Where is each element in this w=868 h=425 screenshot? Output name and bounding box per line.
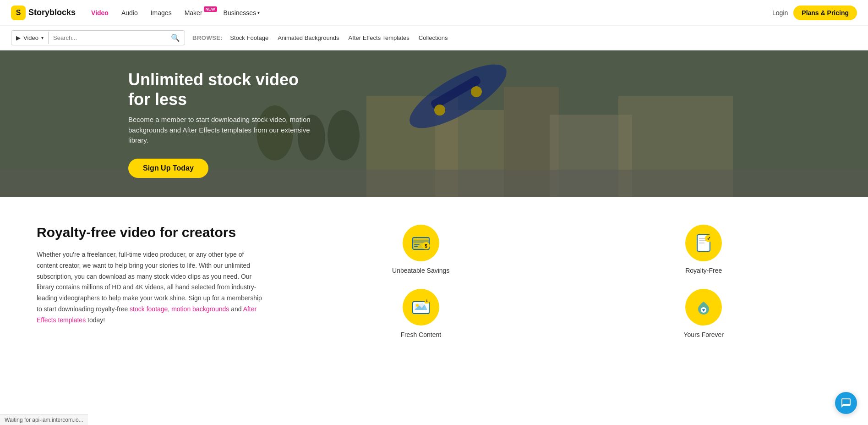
logo[interactable]: S Storyblocks <box>11 6 76 20</box>
nav-right: Login Plans & Pricing <box>772 6 857 20</box>
browse-stock-footage[interactable]: Stock Footage <box>230 34 268 41</box>
feature-fresh-content: + Fresh Content <box>293 289 549 338</box>
feature-yours-forever: ♥ Yours Forever <box>576 289 832 338</box>
video-category-icon: ▶ <box>16 34 21 41</box>
svg-text:$: $ <box>425 243 427 248</box>
fresh-icon-wrap: + <box>403 289 439 326</box>
chevron-down-icon: ▾ <box>257 10 260 15</box>
svg-text:♥: ♥ <box>702 307 705 313</box>
svg-point-30 <box>416 304 419 307</box>
navbar: S Storyblocks Video Audio Images Maker N… <box>0 0 868 26</box>
fresh-label: Fresh Content <box>400 331 441 338</box>
svg-text:+: + <box>426 298 428 304</box>
hero-title: Unlimited stock video for less <box>128 70 321 109</box>
browse-after-effects-templates[interactable]: After Effects Templates <box>349 34 409 41</box>
search-category-dropdown[interactable]: ▶ Video ▾ <box>11 32 49 44</box>
hero-content: Unlimited stock video for less Become a … <box>0 70 321 178</box>
content-left: Royalty-free video for creators Whether … <box>37 225 266 326</box>
royalty-label: Royalty-Free <box>685 267 722 274</box>
nav-links: Video Audio Images Maker NEW Businesses … <box>87 6 772 19</box>
savings-icon: $ <box>411 233 431 253</box>
content-body: Whether you're a freelancer, full-time v… <box>37 249 266 326</box>
savings-icon-wrap: $ <box>403 225 439 261</box>
plans-pricing-button[interactable]: Plans & Pricing <box>793 6 857 20</box>
browse-collections[interactable]: Collections <box>419 34 448 41</box>
category-chevron-icon: ▾ <box>41 35 44 40</box>
svg-text:✓: ✓ <box>707 236 711 241</box>
feature-grid: $ Unbeatable Savings ✓ Royalty-Free <box>293 225 831 338</box>
yours-icon: ♥ <box>693 297 714 317</box>
feature-royalty-free: ✓ Royalty-Free <box>576 225 832 274</box>
search-bar: ▶ Video ▾ 🔍 BROWSE: Stock Footage Animat… <box>0 26 868 50</box>
nav-link-businesses[interactable]: Businesses ▾ <box>219 6 265 19</box>
logo-text: Storyblocks <box>28 8 76 17</box>
browse-label: BROWSE: <box>192 34 223 41</box>
login-button[interactable]: Login <box>772 9 788 17</box>
royalty-icon-wrap: ✓ <box>685 225 722 261</box>
logo-icon: S <box>11 6 26 20</box>
browse-animated-backgrounds[interactable]: Animated Backgrounds <box>278 34 339 41</box>
search-input-wrap: ▶ Video ▾ 🔍 <box>11 30 185 45</box>
hero-section: Unlimited stock video for less Become a … <box>0 50 868 197</box>
fresh-icon: + <box>411 297 431 317</box>
yours-icon-wrap: ♥ <box>685 289 722 326</box>
search-button[interactable]: 🔍 <box>166 31 185 45</box>
feature-unbeatable-savings: $ Unbeatable Savings <box>293 225 549 274</box>
browse-links: Stock Footage Animated Backgrounds After… <box>230 34 448 41</box>
yours-label: Yours Forever <box>684 331 724 338</box>
search-input[interactable] <box>49 32 166 44</box>
signup-button[interactable]: Sign Up Today <box>128 159 208 178</box>
nav-link-images[interactable]: Images <box>146 6 176 19</box>
nav-link-audio[interactable]: Audio <box>117 6 142 19</box>
maker-badge: NEW <box>204 6 217 12</box>
hero-subtitle: Become a member to start downloading sto… <box>128 115 321 146</box>
content-section: Royalty-free video for creators Whether … <box>0 197 868 366</box>
content-title: Royalty-free video for creators <box>37 225 266 240</box>
royalty-icon: ✓ <box>693 233 714 253</box>
savings-label: Unbeatable Savings <box>392 267 449 274</box>
nav-link-maker[interactable]: Maker NEW <box>180 6 215 19</box>
stock-footage-link[interactable]: stock footage <box>130 305 168 313</box>
nav-link-video[interactable]: Video <box>87 6 113 19</box>
motion-backgrounds-link[interactable]: motion backgrounds <box>171 305 229 313</box>
